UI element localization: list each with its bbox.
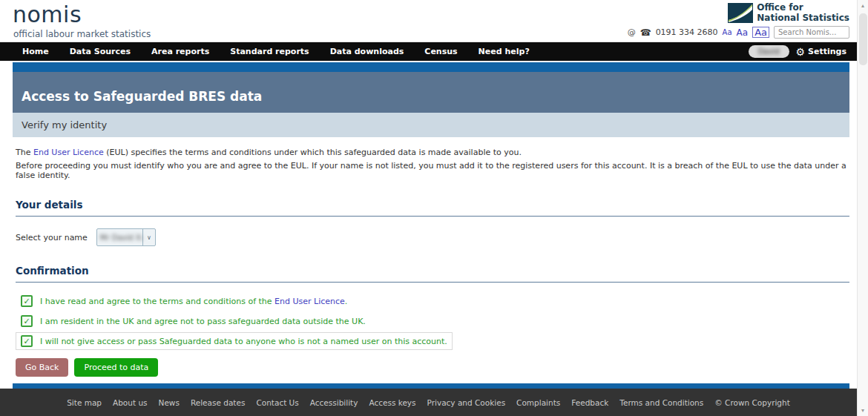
footer-link-complaints[interactable]: Complaints bbox=[516, 398, 560, 407]
font-size-large-link[interactable]: Aa bbox=[752, 27, 769, 38]
go-back-button[interactable]: Go Back bbox=[16, 358, 68, 377]
select-name-row: Select your name Mr David Xxxx ∨ bbox=[16, 228, 849, 246]
page-subtitle: Verify my identity bbox=[22, 119, 107, 131]
contact-row: @ ☎ 0191 334 2680 Aa Aa Aa bbox=[628, 26, 849, 39]
settings-label: Settings bbox=[808, 47, 846, 56]
select-name-label: Select your name bbox=[16, 233, 88, 242]
footer-link-news[interactable]: News bbox=[159, 398, 180, 407]
nav-item-need-help[interactable]: Need help? bbox=[468, 47, 540, 56]
ons-logo: Office for National Statistics bbox=[728, 3, 849, 24]
user-account-pill[interactable]: David bbox=[749, 45, 789, 58]
vertical-scrollbar[interactable]: ▴ ▾ bbox=[857, 0, 868, 416]
intro-paragraph-2: Before proceeding you must identify who … bbox=[16, 161, 849, 180]
checkbox-eul-checked[interactable]: ✓ bbox=[21, 295, 33, 307]
footer-link-release-dates[interactable]: Release dates bbox=[191, 398, 246, 407]
scrollbar-up-arrow-icon[interactable]: ▴ bbox=[858, 2, 868, 9]
page-title: Access to Safeguarded BRES data bbox=[22, 89, 262, 104]
nomis-logo[interactable]: nomis bbox=[13, 1, 82, 27]
confirmation-text-eul: I have read and agree to the terms and c… bbox=[40, 297, 347, 306]
footer-link-accessibility[interactable]: Accessibility bbox=[310, 398, 358, 407]
confirmation-row-resident: ✓ I am resident in the UK and agree not … bbox=[16, 312, 371, 330]
user-name-redacted: David bbox=[758, 47, 780, 56]
nav-right: David ⚙ Settings bbox=[749, 42, 846, 61]
eul-link-2[interactable]: End User Licence bbox=[274, 297, 345, 306]
email-icon[interactable]: @ bbox=[628, 27, 636, 37]
nav-item-data-downloads[interactable]: Data downloads bbox=[320, 47, 415, 56]
intro-paragraph-1: The End User Licence (EUL) specifies the… bbox=[16, 148, 849, 157]
footer-link-contact-us[interactable]: Contact Us bbox=[256, 398, 298, 407]
footer-link-about-us[interactable]: About us bbox=[113, 398, 148, 407]
confirmation-eul-pre: I have read and agree to the terms and c… bbox=[40, 297, 274, 306]
footer: Site map About us News Release dates Con… bbox=[0, 389, 857, 416]
checkbox-resident-checked[interactable]: ✓ bbox=[21, 315, 33, 327]
phone-icon: ☎ bbox=[640, 27, 651, 38]
eul-link[interactable]: End User Licence bbox=[33, 148, 104, 157]
main-nav: Home Data Sources Area reports Standard … bbox=[0, 42, 857, 61]
action-buttons: Go Back Proceed to data bbox=[16, 358, 849, 377]
confirmation-row-eul: ✓ I have read and agree to the terms and… bbox=[16, 292, 352, 310]
nav-item-standard-reports[interactable]: Standard reports bbox=[220, 47, 319, 56]
ons-logo-icon bbox=[728, 3, 753, 23]
gear-icon: ⚙ bbox=[796, 47, 806, 57]
checkbox-access-checked[interactable]: ✓ bbox=[21, 335, 33, 347]
footer-copyright: © Crown Copyright bbox=[714, 398, 790, 407]
search-input[interactable] bbox=[774, 26, 849, 39]
intro-p1-post: (EUL) specifies the terms and conditions… bbox=[104, 148, 522, 157]
intro-p1-pre: The bbox=[16, 148, 33, 157]
footer-link-access-keys[interactable]: Access keys bbox=[369, 398, 415, 407]
confirmation-text-access: I will not give access or pass Safeguard… bbox=[40, 337, 447, 346]
confirmation-heading: Confirmation bbox=[16, 265, 849, 277]
confirmation-row-access: ✓ I will not give access or pass Safegua… bbox=[16, 332, 453, 350]
name-select[interactable]: Mr David Xxxx ∨ bbox=[96, 228, 156, 246]
your-details-heading: Your details bbox=[16, 199, 849, 211]
page: nomis official labour market statistics … bbox=[0, 0, 857, 416]
ons-line1: Office for bbox=[757, 3, 849, 13]
nav-item-census[interactable]: Census bbox=[414, 47, 467, 56]
name-select-value-redacted: Mr David Xxxx bbox=[97, 229, 142, 245]
footer-link-feedback[interactable]: Feedback bbox=[571, 398, 608, 407]
blue-accent-bar-top bbox=[13, 62, 849, 72]
footer-link-site-map[interactable]: Site map bbox=[67, 398, 102, 407]
ons-line2: National Statistics bbox=[757, 13, 849, 24]
main-content: The End User Licence (EUL) specifies the… bbox=[13, 148, 849, 416]
proceed-to-data-button[interactable]: Proceed to data bbox=[74, 358, 158, 377]
confirmation-text-resident: I am resident in the UK and agree not to… bbox=[40, 317, 366, 326]
footer-link-privacy-cookies[interactable]: Privacy and Cookies bbox=[427, 398, 506, 407]
nav-item-area-reports[interactable]: Area reports bbox=[141, 47, 220, 56]
divider bbox=[16, 282, 849, 283]
chevron-down-icon: ∨ bbox=[142, 229, 155, 245]
font-size-small-link[interactable]: Aa bbox=[723, 29, 732, 36]
scrollbar-thumb[interactable] bbox=[859, 13, 867, 65]
scrollbar-down-arrow-icon[interactable]: ▾ bbox=[858, 407, 868, 414]
divider bbox=[16, 216, 849, 217]
nav-item-home[interactable]: Home bbox=[12, 47, 59, 56]
font-size-medium-link[interactable]: Aa bbox=[737, 28, 749, 37]
header: nomis official labour market statistics … bbox=[0, 0, 857, 42]
nomis-tagline: official labour market statistics bbox=[13, 29, 151, 39]
blue-accent-bar-bottom bbox=[13, 383, 849, 389]
phone-number: 0191 334 2680 bbox=[656, 27, 718, 37]
nav-item-data-sources[interactable]: Data Sources bbox=[59, 47, 141, 56]
confirmation-checklist: ✓ I have read and agree to the terms and… bbox=[16, 290, 849, 350]
confirmation-eul-post: . bbox=[345, 297, 348, 306]
settings-button[interactable]: ⚙ Settings bbox=[796, 47, 847, 57]
ons-logo-text: Office for National Statistics bbox=[757, 3, 849, 24]
footer-link-terms[interactable]: Terms and Conditions bbox=[619, 398, 703, 407]
page-title-banner: Access to Safeguarded BRES data bbox=[13, 72, 849, 113]
page-subtitle-banner: Verify my identity bbox=[13, 113, 849, 137]
